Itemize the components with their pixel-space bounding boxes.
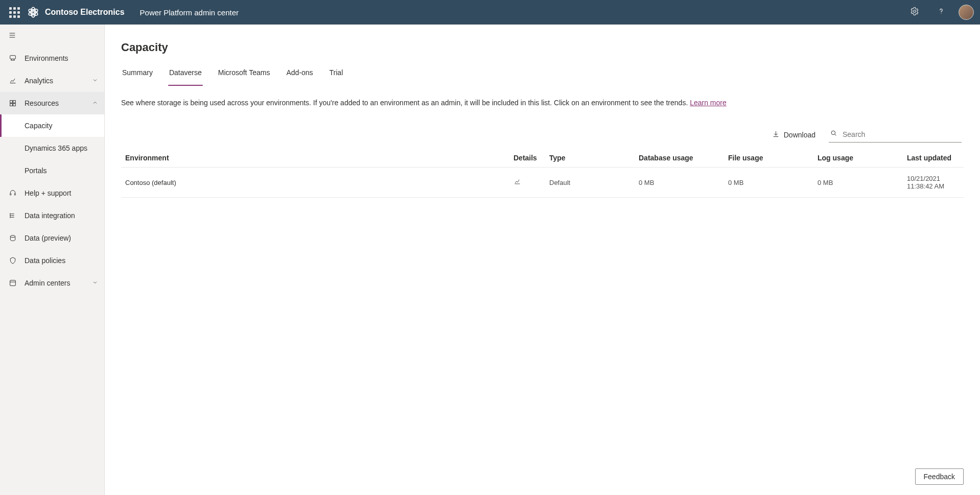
sidebar-item-label: Analytics [25, 77, 53, 85]
environments-icon [8, 54, 17, 62]
col-file[interactable]: File usage [724, 149, 813, 168]
tab-add-ons[interactable]: Add-ons [285, 68, 314, 86]
table-header-row: Environment Details Type Database usage … [121, 149, 964, 168]
learn-more-link[interactable]: Learn more [690, 99, 727, 107]
svg-rect-9 [10, 104, 13, 106]
question-icon [937, 7, 946, 18]
svg-point-14 [10, 215, 11, 216]
chevron-down-icon [92, 77, 98, 85]
sidebar-item-environments[interactable]: Environments [0, 47, 104, 69]
svg-rect-6 [10, 56, 16, 59]
svg-point-0 [32, 11, 35, 14]
svg-rect-7 [10, 101, 13, 103]
sidebar-item-label: Portals [25, 167, 47, 175]
chevron-down-icon [92, 279, 98, 287]
tab-trial[interactable]: Trial [329, 68, 344, 86]
svg-rect-17 [10, 280, 16, 286]
sidebar-item-label: Data policies [25, 256, 65, 265]
svg-point-18 [831, 131, 835, 135]
sidebar-item-resources[interactable]: Resources [0, 92, 104, 114]
headset-icon [8, 189, 17, 197]
cell-details [509, 168, 545, 198]
data-integration-icon [8, 211, 17, 220]
col-updated[interactable]: Last updated [903, 149, 964, 168]
tab-microsoft-teams[interactable]: Microsoft Teams [217, 68, 271, 86]
shield-icon [8, 256, 17, 265]
cell-environment: Contoso (default) [121, 168, 509, 198]
data-preview-icon [8, 234, 17, 242]
col-environment[interactable]: Environment [121, 149, 509, 168]
svg-point-15 [10, 217, 11, 218]
admin-centers-icon [8, 279, 17, 287]
app-name[interactable]: Power Platform admin center [140, 8, 239, 17]
description-text: See where storage is being used across y… [121, 99, 688, 107]
table-toolbar: Download [121, 127, 964, 143]
page-title: Capacity [121, 41, 964, 54]
sidebar-item-analytics[interactable]: Analytics [0, 69, 104, 92]
download-label: Download [784, 131, 815, 139]
col-log[interactable]: Log usage [813, 149, 903, 168]
sidebar-item-label: Help + support [25, 189, 71, 197]
environments-table: Environment Details Type Database usage … [121, 149, 964, 198]
sidebar-item-data-preview[interactable]: Data (preview) [0, 227, 104, 249]
svg-point-5 [941, 13, 941, 14]
capacity-tabs: Summary Dataverse Microsoft Teams Add-on… [121, 68, 964, 86]
details-button[interactable] [514, 179, 521, 187]
search-field[interactable] [829, 127, 962, 143]
col-database[interactable]: Database usage [635, 149, 724, 168]
user-avatar[interactable] [959, 5, 974, 20]
brand-logo-icon [27, 6, 40, 19]
sidebar-item-d365-apps[interactable]: Dynamics 365 apps [0, 137, 104, 159]
resources-icon [8, 99, 17, 107]
download-button[interactable]: Download [772, 130, 815, 139]
tab-summary[interactable]: Summary [121, 68, 154, 86]
gear-icon [910, 7, 919, 18]
sidebar-item-data-policies[interactable]: Data policies [0, 249, 104, 272]
sidebar-item-portals[interactable]: Portals [0, 159, 104, 182]
svg-point-16 [10, 235, 15, 238]
global-header: Contoso Electronics Power Platform admin… [0, 0, 980, 25]
svg-rect-12 [14, 194, 15, 195]
table-row[interactable]: Contoso (default) Default 0 MB 0 MB 0 MB… [121, 168, 964, 198]
app-launcher-button[interactable] [2, 0, 27, 25]
svg-rect-11 [10, 194, 11, 195]
col-details[interactable]: Details [509, 149, 545, 168]
sidebar-item-help-support[interactable]: Help + support [0, 182, 104, 204]
settings-button[interactable] [902, 0, 927, 25]
sidebar-item-capacity[interactable]: Capacity [0, 114, 104, 137]
svg-rect-8 [13, 101, 16, 103]
feedback-button[interactable]: Feedback [915, 468, 964, 485]
sidebar-item-label: Data integration [25, 211, 75, 220]
cell-updated: 10/21/2021 11:38:42 AM [903, 168, 964, 198]
help-button[interactable] [929, 0, 953, 25]
sidebar: Environments Analytics Resources Capacit… [0, 25, 105, 495]
main-content: Capacity Summary Dataverse Microsoft Tea… [105, 25, 980, 495]
chart-icon [514, 179, 521, 187]
search-input[interactable] [842, 130, 961, 139]
sidebar-toggle-button[interactable] [0, 25, 104, 47]
sidebar-item-label: Admin centers [25, 279, 70, 287]
sidebar-item-label: Environments [25, 54, 68, 62]
chevron-up-icon [92, 99, 98, 107]
svg-point-4 [914, 10, 916, 13]
tab-dataverse[interactable]: Dataverse [168, 68, 203, 86]
sidebar-item-label: Capacity [25, 122, 52, 130]
svg-rect-10 [13, 104, 16, 106]
sidebar-item-label: Resources [25, 99, 59, 107]
svg-point-13 [10, 214, 11, 215]
waffle-icon [9, 7, 20, 18]
cell-type: Default [545, 168, 635, 198]
sidebar-item-label: Data (preview) [25, 234, 71, 242]
sidebar-item-admin-centers[interactable]: Admin centers [0, 272, 104, 294]
cell-log: 0 MB [813, 168, 903, 198]
cell-file: 0 MB [724, 168, 813, 198]
col-type[interactable]: Type [545, 149, 635, 168]
sidebar-item-data-integration[interactable]: Data integration [0, 204, 104, 227]
analytics-icon [8, 77, 17, 85]
brand-name[interactable]: Contoso Electronics [45, 8, 125, 17]
hamburger-icon [8, 31, 16, 41]
download-icon [772, 130, 780, 139]
search-icon [830, 129, 837, 139]
sidebar-item-label: Dynamics 365 apps [25, 144, 87, 152]
cell-database: 0 MB [635, 168, 724, 198]
